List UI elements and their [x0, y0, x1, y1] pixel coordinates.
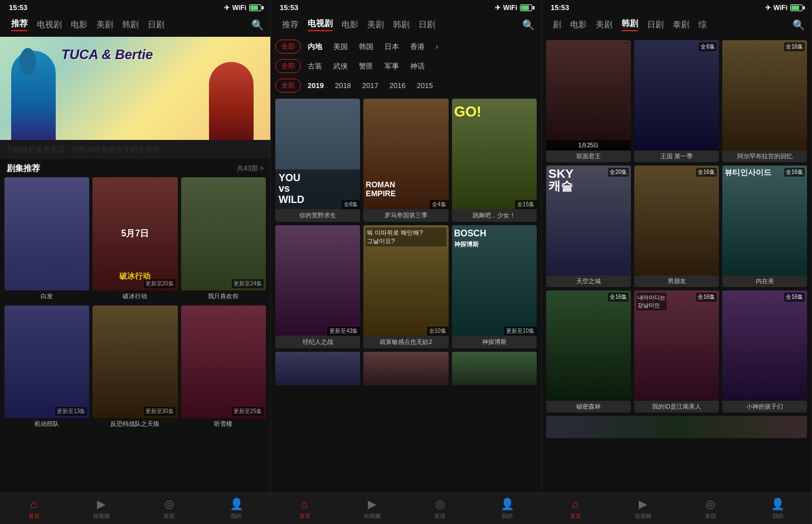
- p2-card-7[interactable]: [363, 352, 448, 385]
- bottom-nav-video-2[interactable]: ▶ 短视频: [338, 497, 406, 520]
- p3-card-0[interactable]: 1月25日 双面君王: [546, 40, 631, 162]
- p3-card-5[interactable]: 뷰티인사이드 全16集 内在美: [722, 166, 807, 288]
- nav-item-jp-1[interactable]: 日剧: [143, 17, 169, 32]
- nav-item-us-1[interactable]: 美剧: [92, 17, 118, 32]
- p2-card-1[interactable]: ROMANEMPIRE 全4集 罗马帝国第三季: [363, 99, 448, 222]
- card-label-jidong: 机动部队: [4, 418, 89, 430]
- nav-item-kr-2[interactable]: 韩剧: [388, 17, 414, 32]
- discover-icon-1: ◎: [164, 497, 174, 511]
- panel-3: 15:53 ✈ WiFi 剧 电影 美剧 韩剧 日剧 泰剧 综 🔍 1月25日: [542, 0, 812, 524]
- filter-opt-2015[interactable]: 2015: [412, 80, 437, 91]
- p3-card-title-7: 我的ID是江南美人: [634, 401, 719, 413]
- nav-item-kr-1[interactable]: 韩剧: [118, 17, 143, 32]
- search-icon-1[interactable]: 🔍: [251, 19, 264, 31]
- filter-opt-usa[interactable]: 美国: [329, 40, 352, 54]
- video-icon-1: ▶: [97, 497, 105, 511]
- filter-chip-all-2[interactable]: 全部: [275, 59, 301, 73]
- hero-banner-1[interactable]: TUCA & Bertie: [0, 37, 270, 140]
- nav-item-movie-1[interactable]: 电影: [66, 17, 92, 32]
- p3-card-1[interactable]: 全6集 王国 第一季: [634, 40, 719, 162]
- search-icon-3[interactable]: 🔍: [792, 19, 805, 31]
- filter-opt-neidi[interactable]: 内地: [303, 40, 327, 54]
- card-baise[interactable]: 白发: [4, 177, 89, 302]
- p3-card-title-1: 王国 第一季: [634, 151, 719, 162]
- filter-opt-2019[interactable]: 2019: [303, 80, 328, 91]
- p2-card-3[interactable]: 更新至43集 经纪人之战: [275, 225, 360, 348]
- nav-item-tv-2[interactable]: 电视剧: [303, 16, 337, 33]
- nav-item-tv-1[interactable]: 电视剧: [32, 17, 66, 32]
- nav-item-movie-3[interactable]: 电影: [566, 17, 591, 32]
- p2-card-2[interactable]: GO! 全15集 跳舞吧，少女！: [452, 99, 537, 222]
- status-icons-3: ✈ WiFi: [765, 4, 803, 12]
- filter-opt-2018[interactable]: 2018: [330, 80, 356, 91]
- nav-item-us-2[interactable]: 美剧: [363, 17, 388, 32]
- battery-icon-1: [249, 4, 261, 11]
- filter-chip-all-3[interactable]: 全部: [275, 79, 301, 93]
- p3-card-8[interactable]: 全16集 小神的孩子们: [722, 290, 807, 413]
- filter-opt-wuxia[interactable]: 武侠: [329, 60, 352, 73]
- p3-card-3[interactable]: SKY캐슬 全20集 天空之城: [546, 166, 631, 288]
- section-more-1[interactable]: 共43部 >: [237, 164, 264, 173]
- nav-item-movie-2[interactable]: 电影: [337, 17, 363, 32]
- p2-card-6[interactable]: [275, 352, 360, 385]
- card-fankong[interactable]: 更新至30集 反恐特战队之天狼: [93, 305, 177, 430]
- bottom-nav-video-3[interactable]: ▶ 短视频: [609, 497, 677, 520]
- bottom-nav-profile-3[interactable]: 👤 我的: [744, 497, 811, 520]
- nav-item-thai-3[interactable]: 泰剧: [668, 17, 694, 32]
- p2-card-8[interactable]: [452, 352, 537, 385]
- filter-opt-shenhua[interactable]: 神话: [406, 60, 429, 73]
- filter-opt-more1[interactable]: ›: [431, 41, 443, 52]
- nav-item-us-3[interactable]: 美剧: [591, 17, 617, 32]
- bottom-nav-discover-3[interactable]: ◎ 发现: [677, 497, 744, 520]
- badge-jidong: 更新至13集: [55, 407, 87, 416]
- p3-card-2[interactable]: 全16集 阿尔罕布拉宫的回忆: [722, 40, 807, 162]
- nav-item-jp-3[interactable]: 日剧: [643, 17, 668, 32]
- p2-card-5[interactable]: BOSCH神探博斯 更新至10集 神探博斯: [452, 225, 537, 348]
- bottom-nav-profile-2[interactable]: 👤 我的: [474, 497, 541, 520]
- bottom-nav-discover-2[interactable]: ◎ 发现: [406, 497, 474, 520]
- hero-title-1: TUCA & Bertie: [61, 47, 153, 62]
- bottom-nav-video-1[interactable]: ▶ 短视频: [67, 497, 135, 520]
- bottom-nav-discover-1[interactable]: ◎ 发现: [135, 497, 203, 520]
- nav-item-kr-3[interactable]: 韩剧: [617, 16, 643, 33]
- bottom-nav-3: ⌂ 首页 ▶ 短视频 ◎ 发现 👤 我的: [542, 493, 811, 524]
- p3-content: 1月25日 双面君王 全6集 王国 第一季 全16集 阿尔罕布拉宫的回忆 SKY…: [542, 37, 811, 524]
- p3-card-title-0: 双面君王: [546, 151, 631, 162]
- nav-item-drama-3[interactable]: 剧: [548, 17, 566, 32]
- card-tingxue[interactable]: 更新至25集 听雪楼: [181, 305, 266, 430]
- bottom-nav-home-1[interactable]: ⌂ 首页: [0, 498, 67, 520]
- card-pobing[interactable]: 破冰行动 更新至20集 5月7日 破冰行动: [93, 177, 177, 302]
- nav-bar-1: 推荐 电视剧 电影 美剧 韩剧 日剧 🔍: [0, 14, 270, 37]
- badge-tingxue: 更新至25集: [232, 407, 264, 416]
- p2-card-0[interactable]: YOUvsWILD 全8集 你的荒野求生: [275, 99, 360, 222]
- card-jidong[interactable]: 更新至13集 机动部队: [4, 305, 89, 430]
- bottom-nav-home-3[interactable]: ⌂ 首页: [542, 498, 609, 520]
- nav-item-recommend-1[interactable]: 推荐: [7, 16, 32, 33]
- nav-item-recommend-2[interactable]: 推荐: [278, 17, 303, 32]
- filter-opt-2016[interactable]: 2016: [385, 80, 410, 91]
- bottom-nav-home-2[interactable]: ⌂ 首页: [271, 498, 338, 520]
- p2-card-4[interactable]: 뭐 이따위로 해민해?그날이요? 全10集 就算敏感点也无妨2: [363, 225, 448, 348]
- home-icon-2: ⌂: [302, 498, 308, 511]
- p3-card-6[interactable]: 全16集 秘密森林: [546, 290, 631, 413]
- search-icon-2[interactable]: 🔍: [522, 19, 534, 31]
- filter-opt-jingfei[interactable]: 警匪: [354, 60, 378, 73]
- nav-item-variety-3[interactable]: 综: [694, 17, 711, 32]
- p2-card-title-4: 就算敏感点也无妨2: [363, 336, 448, 348]
- battery-icon-3: [790, 4, 803, 11]
- filter-opt-korea[interactable]: 韩国: [354, 40, 378, 54]
- bottom-nav-profile-1[interactable]: 👤 我的: [203, 497, 270, 520]
- filter-opt-junshi[interactable]: 军事: [380, 60, 403, 73]
- p3-card-7[interactable]: 내아이디는강남미인 全16集 我的ID是江南美人: [634, 290, 719, 413]
- p2-card-title-3: 经纪人之战: [275, 336, 360, 348]
- nav-item-jp-2[interactable]: 日剧: [414, 17, 440, 32]
- filter-opt-hk[interactable]: 香港: [406, 40, 429, 54]
- filter-opt-guzhuang[interactable]: 古装: [303, 60, 327, 73]
- filter-opt-2017[interactable]: 2017: [358, 80, 383, 91]
- p3-card-4[interactable]: 全16集 男朋友: [634, 166, 719, 288]
- wifi-icon-2: WiFi: [503, 4, 517, 12]
- card-xihuan[interactable]: 更新至24集 我只喜欢你: [181, 177, 266, 302]
- filter-chip-all-1[interactable]: 全部: [275, 40, 301, 54]
- filter-opt-japan[interactable]: 日本: [380, 40, 403, 54]
- p3-badge-ep-7: 全16集: [696, 293, 717, 302]
